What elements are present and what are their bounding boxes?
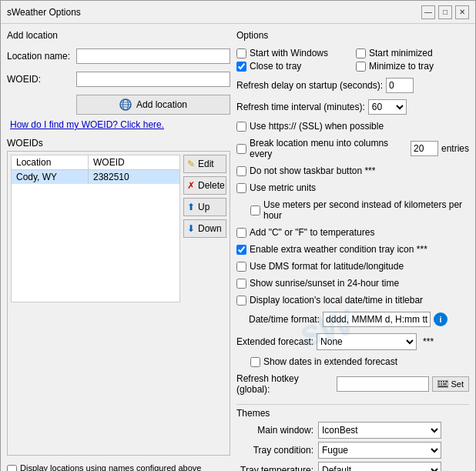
svg-rect-8	[443, 381, 444, 382]
use-https-checkbox[interactable]	[236, 122, 246, 132]
date-format-info-button[interactable]: i	[434, 312, 448, 326]
up-icon: ⬆	[187, 202, 195, 212]
down-icon: ⬇	[187, 223, 195, 234]
use-dms-label: Use DMS format for latitude/longitude	[250, 261, 404, 272]
use-dms-checkbox[interactable]	[236, 262, 246, 272]
refresh-interval-label: Refresh time interval (minutes):	[236, 102, 365, 112]
no-taskbar-label: Do not show taskbar button ***	[250, 165, 375, 176]
refresh-interval-row: Refresh time interval (minutes): 60 30 1…	[236, 99, 469, 115]
svg-rect-6	[438, 381, 440, 382]
use-meters-label: Use meters per second instead of kilomet…	[263, 199, 469, 221]
themes-section: Themes Main window: IconBest Tray condit…	[236, 404, 469, 471]
up-button[interactable]: ⬆ Up	[183, 198, 226, 216]
show-dates-row: Show dates in extended forecast	[250, 356, 469, 367]
add-location-button[interactable]: Add location	[76, 95, 230, 115]
keyboard-icon	[437, 380, 448, 388]
break-location-checkbox[interactable]	[236, 144, 246, 154]
display-locations-checkbox[interactable]	[7, 465, 17, 471]
start-minimized-row: Start minimized	[356, 48, 469, 58]
refresh-delay-label: Refresh delay on startup (seconds):	[236, 80, 383, 91]
svg-rect-10	[438, 383, 440, 385]
add-location-btn-label: Add location	[136, 99, 187, 110]
break-location-input[interactable]	[411, 141, 438, 156]
hotkey-label: Refresh hotkey (global):	[236, 373, 334, 395]
woeid-table-area: Location WOEID Cody, WY 2382510 ✎	[8, 152, 230, 306]
tray-temperature-theme-select[interactable]: Default	[318, 462, 441, 471]
svg-rect-12	[443, 383, 447, 385]
display-local-date-checkbox[interactable]	[236, 296, 246, 306]
tray-temperature-theme-row: Tray temperature: Default	[236, 462, 469, 471]
svg-rect-11	[441, 383, 442, 385]
main-window-theme-label: Main window:	[236, 425, 313, 436]
right-checks-col: Start minimized Minimize to tray	[356, 48, 469, 74]
location-name-row: Location name:	[7, 48, 230, 64]
close-to-tray-checkbox[interactable]	[236, 62, 246, 72]
display-local-date-label: Display location's local date/time in ti…	[250, 295, 423, 306]
main-window-theme-row: Main window: IconBest	[236, 422, 469, 439]
show-sunrise-checkbox[interactable]	[236, 279, 246, 289]
display-local-date-row: Display location's local date/time in ti…	[236, 295, 469, 306]
add-cf-checkbox[interactable]	[236, 228, 246, 238]
help-link[interactable]: How do I find my WOEID? Click here.	[10, 119, 230, 130]
row-woeid: 2382510	[89, 170, 179, 184]
tray-condition-theme-row: Tray condition: Fugue	[236, 442, 469, 459]
woeids-title: WOEIDs	[7, 138, 230, 149]
col-woeid-header: WOEID	[89, 155, 179, 169]
add-location-section-label: Add location	[7, 30, 230, 41]
tray-condition-theme-select[interactable]: Fugue	[318, 442, 441, 459]
refresh-delay-row: Refresh delay on startup (seconds):	[236, 78, 469, 93]
tray-temperature-theme-label: Tray temperature:	[236, 465, 313, 471]
start-with-windows-row: Start with Windows	[236, 48, 350, 58]
table-row[interactable]: Cody, WY 2382510	[12, 170, 179, 184]
start-with-windows-checkbox[interactable]	[236, 48, 246, 58]
use-dms-row: Use DMS format for latitude/longitude	[236, 261, 469, 272]
extended-forecast-label: Extended forecast:	[236, 336, 313, 347]
delete-button[interactable]: ✗ Delete	[183, 176, 226, 195]
minimize-to-tray-checkbox[interactable]	[356, 62, 366, 72]
show-dates-label: Show dates in extended forecast	[263, 356, 397, 367]
globe-icon	[119, 99, 132, 111]
date-format-input[interactable]	[323, 312, 431, 327]
use-meters-row: Use meters per second instead of kilomet…	[250, 199, 469, 221]
break-location-label: Break location menu into columns every	[250, 138, 407, 159]
show-dates-checkbox[interactable]	[250, 357, 260, 367]
titlebar-buttons: — □ ✕	[421, 5, 469, 19]
show-sunrise-label: Show sunrise/sunset in 24-hour time	[250, 278, 399, 289]
woeids-group-box: Location WOEID Cody, WY 2382510 ✎	[7, 151, 230, 456]
hotkey-input[interactable]	[337, 376, 429, 392]
use-metric-label: Use metric units	[250, 182, 316, 193]
use-https-label: Use https:// (SSL) when possible	[250, 121, 384, 132]
enable-extra-icon-checkbox[interactable]	[236, 245, 246, 255]
date-format-label: Date/time format:	[249, 314, 320, 325]
close-button[interactable]: ✕	[455, 5, 469, 19]
woeid-input[interactable]	[76, 72, 230, 87]
refresh-delay-input[interactable]	[386, 78, 414, 93]
options-label: Options	[236, 30, 469, 41]
add-cf-row: Add "C" or "F" to temperatures	[236, 227, 469, 238]
location-name-label: Location name:	[7, 51, 76, 62]
minimize-button[interactable]: —	[421, 5, 435, 19]
break-location-suffix: entries	[441, 143, 469, 154]
start-minimized-label: Start minimized	[369, 48, 433, 58]
location-name-input[interactable]	[76, 48, 230, 64]
edit-icon: ✎	[187, 159, 195, 169]
use-meters-checkbox[interactable]	[250, 205, 260, 215]
extended-forecast-select[interactable]: None 3 days 5 days	[317, 333, 417, 350]
titlebar: sWeather Options — □ ✕	[1, 1, 475, 24]
no-taskbar-checkbox[interactable]	[236, 166, 246, 176]
main-window-theme-select[interactable]: IconBest	[318, 422, 441, 439]
down-button[interactable]: ⬇ Down	[183, 219, 226, 238]
maximize-button[interactable]: □	[438, 5, 452, 19]
enable-extra-icon-row: Enable extra weather condition tray icon…	[236, 244, 469, 255]
refresh-interval-select[interactable]: 60 30 15	[368, 99, 407, 115]
woeid-action-buttons: ✎ Edit ✗ Delete ⬆ Up	[183, 155, 226, 302]
start-minimized-checkbox[interactable]	[356, 48, 366, 58]
themes-label: Themes	[236, 408, 469, 419]
col-location-header: Location	[12, 155, 89, 169]
extended-forecast-suffix: ***	[423, 336, 434, 347]
edit-button[interactable]: ✎ Edit	[183, 155, 226, 173]
set-button[interactable]: Set	[432, 376, 469, 392]
use-metric-checkbox[interactable]	[236, 183, 246, 193]
main-window: sWeather Options — □ ✕ Add location Loca…	[0, 0, 476, 471]
display-locations-checkbox-row: Display locations using names configured…	[7, 463, 230, 471]
